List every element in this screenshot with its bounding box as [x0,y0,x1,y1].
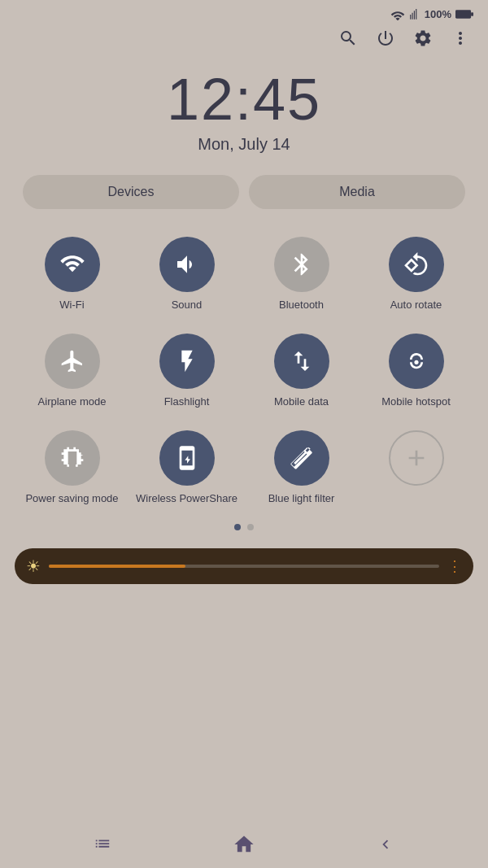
signal-status-icon [409,9,420,20]
wirelesspowershare-icon-circle [159,430,215,486]
bluetooth-label: Bluetooth [279,299,324,312]
wifi-label: Wi-Fi [59,299,84,312]
status-bar: 100% [0,0,488,25]
powersaving-label: Power saving mode [25,492,118,506]
wirelesspowershare-label: Wireless PowerShare [136,492,237,506]
bottom-nav [0,821,488,868]
clock-time: 12:45 [0,68,488,132]
flashlight-icon-circle [159,334,215,389]
battery-icon [455,9,473,20]
clock-date: Mon, July 14 [0,135,488,154]
page-dot-1 [234,524,241,530]
more-icon[interactable] [451,28,470,48]
bluelightfilter-label: Blue light filter [268,492,335,506]
status-icons: 100% [390,8,473,20]
qs-mobilehotspot[interactable]: Mobile hotspot [359,325,473,422]
qs-add[interactable] [359,422,473,519]
wifi-icon-circle [45,237,100,292]
mobilehotspot-icon [403,348,429,374]
power-icon[interactable] [376,28,395,48]
tab-media[interactable]: Media [249,175,465,209]
mobilehotspot-icon-circle [389,334,444,389]
tab-devices[interactable]: Devices [23,175,239,209]
qs-flashlight[interactable]: Flashlight [129,325,244,422]
mobilehotspot-label: Mobile hotspot [381,395,451,409]
airplane-label: Airplane mode [38,395,107,409]
battery-text: 100% [425,8,451,20]
wirelesspowershare-icon [174,445,200,471]
recent-apps-button[interactable] [94,835,111,853]
autorotate-icon [403,251,429,277]
airplane-icon [59,348,85,374]
brightness-icon: ☀ [26,556,41,576]
svg-rect-1 [471,12,473,15]
back-icon [377,835,394,853]
recent-apps-icon [94,835,111,853]
add-icon-circle [389,430,444,486]
brightness-more-icon[interactable]: ⋮ [447,557,462,575]
mobiledata-icon-circle [274,334,329,389]
qs-wifi[interactable]: Wi-Fi [15,229,129,325]
qs-airplane[interactable]: Airplane mode [15,325,129,422]
home-button[interactable] [233,833,255,856]
mobiledata-label: Mobile data [274,395,329,409]
qs-wirelesspowershare[interactable]: Wireless PowerShare [129,422,244,519]
airplane-icon-circle [45,334,100,389]
qs-mobiledata[interactable]: Mobile data [244,325,359,422]
qs-bluetooth[interactable]: Bluetooth [244,229,359,325]
wifi-status-icon [390,9,405,20]
autorotate-label: Auto rotate [390,299,442,312]
quick-settings-grid: Wi-Fi Sound Bluetooth Auto rotate [0,217,488,519]
flashlight-icon [174,348,200,374]
flashlight-label: Flashlight [164,395,210,409]
back-button[interactable] [377,835,394,853]
sound-icon [174,251,200,277]
mobiledata-icon [289,348,315,374]
bluelightfilter-icon [289,445,315,471]
powersaving-icon-circle [45,430,100,486]
qs-bluelightfilter[interactable]: Blue light filter [244,422,359,519]
qs-autorotate[interactable]: Auto rotate [359,229,473,325]
powersaving-icon [59,445,85,471]
settings-icon[interactable] [413,28,433,48]
top-actions-bar [0,25,488,59]
sound-label: Sound [172,299,203,312]
tabs-row: Devices Media [0,157,488,217]
bluetooth-icon-circle [274,237,329,292]
bluetooth-icon [289,251,315,277]
brightness-slider[interactable] [49,565,439,568]
svg-rect-0 [455,10,471,18]
brightness-bar[interactable]: ☀ ⋮ [15,548,473,584]
page-dot-2 [247,524,254,530]
qs-sound[interactable]: Sound [129,229,244,325]
wifi-icon [59,251,85,277]
search-icon[interactable] [338,28,358,48]
clock-area: 12:45 Mon, July 14 [0,59,488,157]
add-icon [403,445,429,471]
autorotate-icon-circle [389,237,444,292]
home-icon [233,833,255,856]
bluelightfilter-icon-circle [274,430,329,486]
sound-icon-circle [159,237,215,292]
brightness-fill [49,565,185,568]
page-dots [0,519,488,542]
qs-powersaving[interactable]: Power saving mode [15,422,129,519]
